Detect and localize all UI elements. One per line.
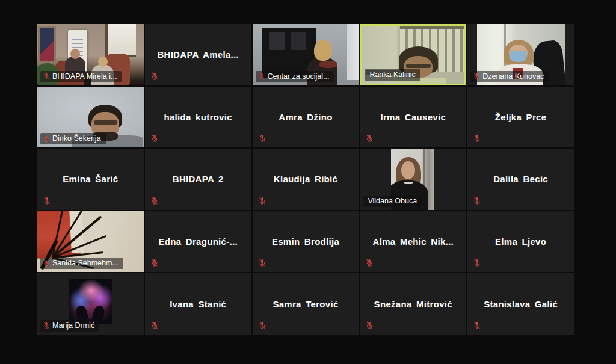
participant-tile-centar-za-socijal[interactable]: Centar za socijal... — [253, 24, 359, 85]
participant-name: Irma Causevic — [360, 87, 466, 148]
muted-mic-icon — [258, 134, 266, 143]
profile-picture — [69, 279, 112, 324]
participant-tile-marija-drmic[interactable]: Marija Drmić — [37, 273, 144, 335]
name-label: BHIDAPA Mirela i... — [40, 71, 122, 82]
participant-tile-sanida-sehmehm[interactable]: Sanida Sehmehm... — [37, 211, 144, 273]
participant-tile-edna-dragunic[interactable]: Edna Dragunić-... — [145, 211, 251, 273]
participant-tile-elma-ljevo[interactable]: Elma Ljevo — [467, 211, 574, 273]
muted-mic-icon — [365, 258, 374, 267]
participant-name: Dzenana Kunovac — [482, 72, 544, 81]
muted-mic-icon — [43, 196, 51, 205]
cabinet-panel — [291, 32, 306, 49]
muted-mic-icon — [150, 196, 159, 205]
person-glasses — [94, 120, 117, 124]
person-necklace — [404, 182, 413, 184]
participant-tile-snezana-mitrovic[interactable]: Snežana Mitrović — [360, 273, 466, 335]
muted-mic-icon — [473, 72, 480, 80]
muted-mic-icon — [473, 321, 481, 330]
participant-tile-emina-saric[interactable]: Emina Šarić — [37, 149, 144, 210]
name-label: Sanida Sehmehm... — [40, 258, 123, 269]
participant-tile-irma-causevic[interactable]: Irma Causevic — [360, 87, 466, 148]
name-label: Vildana Obuca — [363, 196, 422, 207]
muted-mic-icon — [43, 135, 50, 143]
picture-frame — [38, 26, 56, 63]
name-label: Marija Drmić — [40, 320, 99, 332]
participant-name: Esmin Brodlija — [253, 211, 359, 273]
participant-name: BHIDAPA Mirela i... — [52, 72, 117, 81]
muted-mic-icon — [473, 196, 481, 205]
muted-mic-icon — [150, 258, 159, 267]
name-label: Dinko Šekerija — [40, 133, 106, 144]
person-face — [401, 161, 415, 179]
participant-name: halida kutrovic — [145, 87, 251, 148]
participant-tile-dinko-sekerija[interactable]: Dinko Šekerija — [37, 87, 144, 148]
participant-tile-bhidapa-amela[interactable]: BHIDAPA Amela... — [145, 24, 251, 85]
muted-mic-icon — [365, 321, 374, 330]
participant-name: Vildana Obuca — [368, 197, 417, 205]
participant-tile-bhidapa-mirela[interactable]: BHIDAPA Mirela i... — [37, 24, 144, 85]
participant-tile-zeljka-prce[interactable]: Željka Prce — [467, 87, 574, 148]
participant-tile-stanislava-galic[interactable]: Stanislava Galić — [467, 273, 574, 335]
muted-mic-icon — [258, 258, 266, 267]
participant-name: Željka Prce — [467, 87, 574, 148]
muted-mic-icon — [365, 134, 374, 143]
participant-name: Centar za socijal... — [268, 72, 330, 81]
name-label: Ranka Kalinic — [365, 69, 420, 81]
participant-tile-klaudija-ribic[interactable]: Klaudija Ribić — [253, 149, 359, 210]
participant-name: Dalila Becic — [467, 149, 574, 210]
participant-name: Elma Ljevo — [467, 211, 574, 273]
participant-name: Sanida Sehmehm... — [52, 259, 119, 267]
participant-name: Marija Drmić — [52, 321, 94, 330]
face-mask — [510, 51, 527, 62]
participant-name: Ivana Stanić — [145, 273, 251, 335]
person-head — [70, 49, 80, 59]
participant-tile-ivana-stanic[interactable]: Ivana Stanić — [145, 273, 251, 335]
participant-tile-esmin-brodlija[interactable]: Esmin Brodlija — [253, 211, 359, 273]
participant-tile-ranka-kalinic-active-speaker[interactable]: Ranka Kalinic — [360, 24, 466, 85]
person-arm — [319, 61, 337, 68]
participant-name: BHIDAPA 2 — [145, 149, 251, 210]
window — [347, 24, 359, 80]
participant-name: Emina Šarić — [37, 149, 144, 210]
name-label: Dzenana Kunovac — [470, 71, 549, 82]
participant-name: Dinko Šekerija — [52, 134, 101, 143]
participant-name: Stanislava Galić — [467, 273, 574, 335]
muted-mic-icon — [150, 72, 159, 81]
participant-name: Edna Dragunić-... — [145, 211, 251, 273]
participant-tile-halida-kutrovic[interactable]: halida kutrovic — [145, 87, 251, 148]
person-head — [98, 57, 108, 67]
muted-mic-icon — [43, 321, 50, 329]
participant-tile-dzenana-kunovac[interactable]: Dzenana Kunovac — [467, 24, 574, 85]
participant-name: Alma Mehic Nik... — [360, 211, 466, 273]
muted-mic-icon — [150, 321, 159, 330]
participant-name: Amra Džino — [253, 87, 359, 148]
participant-name: Samra Terović — [253, 273, 359, 335]
participant-tile-amra-dzino[interactable]: Amra Džino — [253, 87, 359, 148]
participant-gallery: BHIDAPA Mirela i... BHIDAPA Amela... Cen… — [37, 24, 574, 335]
muted-mic-icon — [43, 259, 50, 267]
participant-tile-bhidapa-2[interactable]: BHIDAPA 2 — [145, 149, 251, 210]
muted-mic-icon — [258, 72, 265, 80]
name-label: Centar za socijal... — [256, 71, 334, 82]
participant-tile-vildana-obuca[interactable]: Vildana Obuca — [360, 149, 466, 210]
participant-tile-dalila-becic[interactable]: Dalila Becic — [467, 149, 574, 210]
participant-name: Snežana Mitrović — [360, 273, 466, 335]
participant-name: Klaudija Ribić — [253, 149, 359, 210]
person-head — [314, 40, 332, 61]
participant-name: BHIDAPA Amela... — [145, 24, 251, 85]
participant-name: Ranka Kalinic — [369, 70, 415, 79]
participant-tile-alma-mehic[interactable]: Alma Mehic Nik... — [360, 211, 466, 273]
window — [105, 24, 137, 57]
muted-mic-icon — [258, 321, 266, 330]
participant-tile-samra-terovic[interactable]: Samra Terović — [253, 273, 359, 335]
muted-mic-icon — [150, 134, 159, 143]
muted-mic-icon — [473, 258, 481, 267]
muted-mic-icon — [258, 196, 266, 205]
muted-mic-icon — [473, 134, 481, 143]
zoom-gallery-view: { "theme": { "background": "#0b0b0b", "t… — [0, 0, 616, 364]
muted-mic-icon — [43, 72, 50, 80]
cabinet-panel — [270, 32, 285, 49]
